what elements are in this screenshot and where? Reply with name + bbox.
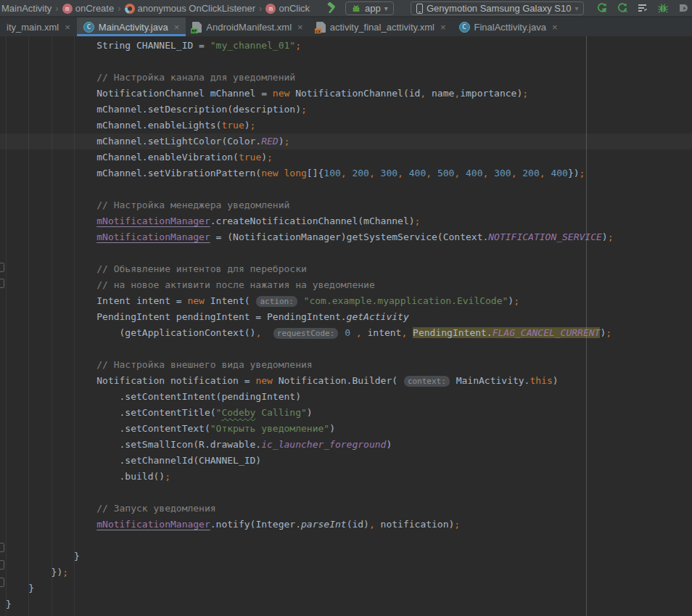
apply-code-changes-icon: A (617, 2, 628, 14)
tab-androidmanifest-xml[interactable]: MFAndroidManifest.xml× (186, 17, 309, 36)
code-token: ) (279, 136, 284, 147)
code-line: // Настройка внешнего вида уведомления (6, 357, 692, 373)
apply-changes-restart-button[interactable] (596, 2, 608, 14)
tab-mainactivity-java[interactable]: CMainActivity.java× (77, 17, 186, 36)
code-token: new (255, 375, 272, 386)
code-token: notification) (375, 519, 455, 530)
code-area: String CHANNEL_ID = "my_channel_01"; // … (0, 36, 692, 612)
tab-close-icon[interactable]: × (297, 22, 303, 33)
tab-close-icon[interactable]: × (65, 22, 70, 33)
code-token: (getApplicationContext() (6, 327, 255, 338)
run-configuration-select[interactable]: app ▾ (345, 1, 394, 15)
code-token: .setChannelId(CHANNEL_ID) (6, 455, 261, 466)
tab-ity-main-xml[interactable]: ity_main.xml× (0, 17, 77, 36)
code-token: ; (284, 136, 290, 147)
code-token: ) (602, 231, 608, 242)
profiler-button[interactable] (637, 2, 648, 14)
code-token: , (369, 519, 375, 530)
code-editor[interactable]: String CHANNEL_ID = "my_channel_01"; // … (0, 36, 692, 616)
fold-marker-icon[interactable] (0, 263, 4, 272)
code-token: NotificationChannel mChannel = (6, 88, 273, 99)
tab-label: activity_final_acttivity.xml (330, 22, 434, 33)
code-token: , (483, 168, 495, 178)
breadcrumb-item-onclick[interactable]: monClick (265, 3, 310, 14)
breadcrumb-item-mainactivity[interactable]: MainActivity (1, 3, 52, 14)
tab-close-icon[interactable]: × (552, 22, 558, 33)
code-token: 100 (324, 168, 340, 178)
debug-icon (657, 2, 669, 14)
parameter-hint: action: (256, 296, 297, 307)
code-token: NOTIFICATION_SERVICE (488, 231, 602, 242)
code-token: RED (261, 136, 278, 147)
breadcrumb: MainActivity›monCreate›anonymous OnClick… (1, 0, 310, 17)
fold-marker-icon[interactable] (0, 578, 4, 587)
fold-marker-icon[interactable] (0, 543, 4, 552)
code-line: Notification notification = new Notifica… (6, 373, 692, 389)
code-token: new (187, 295, 204, 306)
code-token (6, 215, 96, 226)
code-token (279, 168, 284, 178)
breadcrumb-item-oncreate[interactable]: monCreate (62, 3, 114, 14)
code-token: new (273, 88, 289, 99)
code-line (6, 341, 692, 357)
code-line: .setContentIntent(pendingIntent) (6, 389, 692, 405)
profiler-icon (637, 2, 648, 14)
tab-close-icon[interactable]: × (174, 22, 180, 33)
code-token: ) (261, 152, 267, 163)
tab-finalacttivity-java[interactable]: CFinalActtivity.java× (453, 17, 564, 36)
device-select[interactable]: Genymotion Samsung Galaxy S10 ▾ (411, 1, 584, 15)
code-token: 500 (437, 168, 454, 178)
fold-marker-icon[interactable] (0, 560, 4, 570)
debug-button[interactable] (657, 2, 669, 14)
code-token: Intent( (205, 295, 255, 306)
code-token: intent (362, 327, 402, 338)
code-token: ) (244, 120, 250, 131)
code-token: ) (508, 295, 514, 306)
code-token (298, 295, 304, 306)
code-token (339, 327, 345, 338)
code-line: } (6, 596, 692, 612)
code-token: ) (329, 423, 335, 434)
code-token: .setContentText( (6, 423, 210, 434)
file-type-badge: MF (191, 28, 197, 33)
fold-marker-icon[interactable] (0, 279, 4, 288)
code-token: NotificationChannel(id (289, 88, 420, 99)
code-token: mNotificationManager (96, 215, 210, 226)
code-token: mChannel.setLightColor(Color. (6, 136, 261, 147)
toolbar-actions: A (596, 2, 692, 14)
apply-code-changes-button[interactable]: A (617, 2, 628, 14)
code-token: ; (267, 152, 273, 163)
code-token: 300 (494, 168, 511, 178)
code-line: .setContentTitle("Codeby Calling") (6, 405, 692, 421)
ide-window: MainActivity›monCreate›anonymous OnClick… (0, 0, 692, 616)
code-line: // Обьявление интентов для переброски (6, 261, 692, 277)
java-class-icon: C (459, 22, 470, 33)
code-token: 300 (381, 168, 398, 178)
code-token: ; (415, 215, 421, 226)
apply-changes-restart-icon (596, 2, 608, 14)
code-token: ic_launcher_foreground (261, 439, 386, 450)
code-token (261, 327, 273, 338)
parameter-hint: requestCode: (273, 328, 338, 339)
code-token: (id) (347, 519, 369, 530)
hammer-icon (326, 2, 338, 15)
attach-debugger-button[interactable] (677, 2, 689, 14)
code-line: mChannel.enableLights(true); (6, 118, 692, 134)
code-line (6, 533, 692, 549)
code-line: .setSmallIcon(R.drawable.ic_launcher_for… (6, 437, 692, 453)
code-token: , (454, 168, 466, 178)
code-token: ; (301, 104, 307, 115)
tab-close-icon[interactable]: × (440, 22, 446, 33)
tab-label: FinalActtivity.java (474, 22, 546, 33)
code-token: , (511, 168, 523, 178)
code-token: , (341, 168, 353, 178)
code-token: ; (62, 567, 68, 578)
breadcrumb-item-anonymous-onclicklistener[interactable]: anonymous OnClickListener (125, 3, 256, 14)
code-token: .setContentIntent(pendingIntent) (6, 391, 301, 402)
code-token: long (284, 168, 307, 178)
tab-activity-final-acttivity-xml[interactable]: cxactivity_final_acttivity.xml× (310, 17, 453, 36)
build-project-button[interactable] (326, 2, 338, 15)
code-token: // Настройка внешнего вида уведомления (6, 359, 313, 370)
phone-icon (416, 4, 423, 14)
code-token: "my_channel_01" (210, 40, 295, 51)
